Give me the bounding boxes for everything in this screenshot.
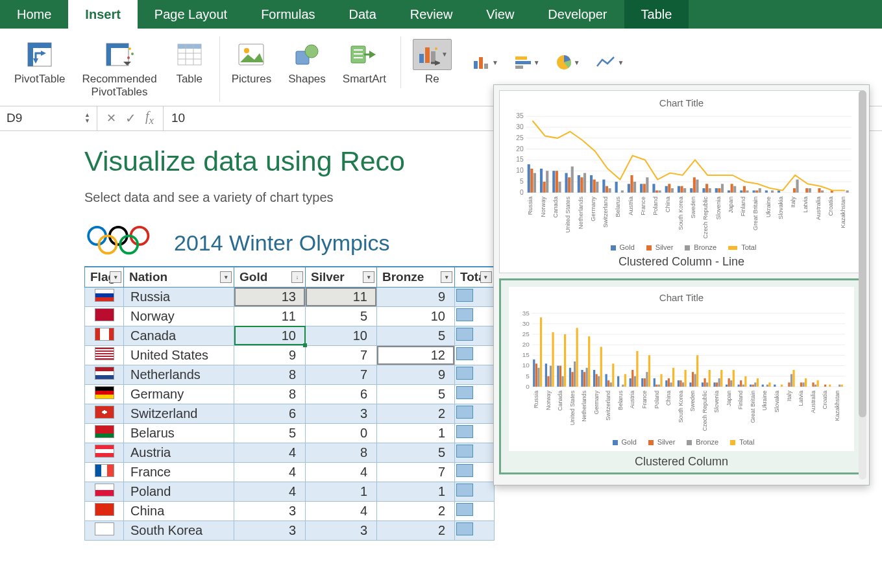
cell-nation[interactable]: Austria xyxy=(124,443,234,462)
cell-bronze[interactable]: 5 xyxy=(377,326,455,345)
cell-nation[interactable]: Switzerland xyxy=(124,404,234,423)
filter-icon[interactable]: ▾ xyxy=(220,271,232,283)
col-gold[interactable]: Gold↓ xyxy=(234,267,306,288)
col-bronze[interactable]: Bronze▾ xyxy=(377,267,455,288)
table-row[interactable]: Norway11510 xyxy=(85,306,495,326)
cell-nation[interactable]: United States xyxy=(124,345,234,365)
table-row[interactable]: Belarus501 xyxy=(85,423,495,443)
tab-table[interactable]: Table xyxy=(624,0,689,29)
bar-chart-icon[interactable]: ▼ xyxy=(511,53,543,72)
filter-icon[interactable]: ▾ xyxy=(110,271,121,283)
cell-gold[interactable]: 8 xyxy=(234,365,306,384)
cell-gold[interactable]: 4 xyxy=(234,462,306,482)
name-box-stepper[interactable]: ▲▼ xyxy=(84,112,90,124)
cell-nation[interactable]: Norway xyxy=(124,306,234,326)
cell-bronze[interactable]: 2 xyxy=(377,521,455,540)
table-row[interactable]: Austria485 xyxy=(85,443,495,462)
cell-bronze[interactable]: 2 xyxy=(377,501,455,521)
name-box[interactable]: D9 ▲▼ xyxy=(0,106,97,130)
cell-gold[interactable]: 9 xyxy=(234,345,306,365)
col-total[interactable]: Total▾ xyxy=(455,267,495,288)
table-row[interactable]: France447 xyxy=(85,462,495,482)
col-nation[interactable]: Nation▾ xyxy=(124,267,234,288)
filter-icon[interactable]: ▾ xyxy=(441,271,452,283)
pictures-button[interactable]: Pictures xyxy=(227,36,276,88)
recommended-charts-dropdown[interactable]: Chart Title 05101520253035RussiaNorwayCa… xyxy=(493,84,870,485)
table-row[interactable]: Germany865 xyxy=(85,384,495,404)
scrollbar-thumb[interactable] xyxy=(859,90,866,417)
cell-silver[interactable]: 3 xyxy=(306,404,377,423)
cell-silver[interactable]: 1 xyxy=(306,482,377,501)
smartart-button[interactable]: SmartArt xyxy=(337,36,391,88)
tab-formulas[interactable]: Formulas xyxy=(244,0,332,29)
filter-icon[interactable]: ▾ xyxy=(480,271,492,283)
table-row[interactable]: Poland411 xyxy=(85,482,495,501)
table-row[interactable]: China342 xyxy=(85,501,495,521)
pie-chart-icon[interactable]: ▼ xyxy=(553,51,583,73)
cell-nation[interactable]: Belarus xyxy=(124,423,234,443)
recommended-pivot-button[interactable]: Recommended PivotTables xyxy=(77,36,162,102)
cell-bronze[interactable]: 1 xyxy=(377,423,455,443)
cell-bronze[interactable]: 9 xyxy=(377,365,455,384)
dropdown-scrollbar[interactable] xyxy=(859,90,866,480)
cell-bronze[interactable]: 2 xyxy=(377,404,455,423)
col-flag[interactable]: Flag▾ xyxy=(85,267,124,288)
table-row[interactable]: Switzerland632 xyxy=(85,404,495,423)
chart-card-clustered-column-line[interactable]: Chart Title 05101520253035RussiaNorwayCa… xyxy=(499,90,864,273)
shapes-button[interactable]: Shapes xyxy=(283,36,331,88)
cell-silver[interactable]: 7 xyxy=(306,365,377,384)
cell-nation[interactable]: South Korea xyxy=(124,521,234,540)
cell-gold[interactable]: 10 xyxy=(234,326,306,345)
cell-gold[interactable]: 3 xyxy=(234,521,306,540)
cell-nation[interactable]: Canada xyxy=(124,326,234,345)
tab-review[interactable]: Review xyxy=(393,0,470,29)
table-row[interactable]: Netherlands879 xyxy=(85,365,495,384)
cell-gold[interactable]: 3 xyxy=(234,501,306,521)
cell-silver[interactable]: 3 xyxy=(306,521,377,540)
cell-bronze[interactable]: 1 xyxy=(377,482,455,501)
cell-silver[interactable]: 4 xyxy=(306,501,377,521)
cell-gold[interactable]: 5 xyxy=(234,423,306,443)
tab-insert[interactable]: Insert xyxy=(68,0,137,29)
cell-bronze[interactable]: 12 xyxy=(377,345,455,365)
column-chart-icon[interactable]: ▼ xyxy=(470,52,501,73)
recommended-charts-button[interactable]: ▼ Re xyxy=(408,36,457,88)
cell-bronze[interactable]: 10 xyxy=(377,306,455,326)
cell-gold[interactable]: 6 xyxy=(234,404,306,423)
table-row[interactable]: United States9712 xyxy=(85,345,495,365)
cell-bronze[interactable]: 5 xyxy=(377,443,455,462)
table-row[interactable]: Canada10105 xyxy=(85,326,495,345)
pivot-table-button[interactable]: PivotTable xyxy=(9,36,70,102)
cell-gold[interactable]: 4 xyxy=(234,482,306,501)
cell-gold[interactable]: 8 xyxy=(234,384,306,404)
filter-icon[interactable]: ▾ xyxy=(363,271,374,283)
cell-nation[interactable]: Germany xyxy=(124,384,234,404)
cell-nation[interactable]: China xyxy=(124,501,234,521)
tab-view[interactable]: View xyxy=(469,0,531,29)
cell-silver[interactable]: 5 xyxy=(306,306,377,326)
cell-nation[interactable]: Poland xyxy=(124,482,234,501)
cell-nation[interactable]: Netherlands xyxy=(124,365,234,384)
tab-page-layout[interactable]: Page Layout xyxy=(138,0,244,29)
cell-silver[interactable]: 6 xyxy=(306,384,377,404)
cell-gold[interactable]: 11 xyxy=(234,306,306,326)
accept-formula-icon[interactable]: ✓ xyxy=(125,110,136,126)
tab-data[interactable]: Data xyxy=(332,0,393,29)
cell-silver[interactable]: 8 xyxy=(306,443,377,462)
cell-bronze[interactable]: 7 xyxy=(377,462,455,482)
tab-developer[interactable]: Developer xyxy=(531,0,624,29)
cancel-formula-icon[interactable]: ✕ xyxy=(106,111,116,125)
cell-silver[interactable]: 11 xyxy=(306,287,377,306)
col-silver[interactable]: Silver▾ xyxy=(306,267,377,288)
table-button[interactable]: Table xyxy=(169,36,210,102)
line-chart-icon[interactable]: ▼ xyxy=(593,52,627,73)
tab-home[interactable]: Home xyxy=(0,0,68,29)
table-row[interactable]: South Korea332 xyxy=(85,521,495,540)
medals-table[interactable]: Flag▾Nation▾Gold↓Silver▾Bronze▾Total▾ Ru… xyxy=(84,266,495,541)
filter-icon[interactable]: ↓ xyxy=(291,271,303,283)
cell-gold[interactable]: 4 xyxy=(234,443,306,462)
fx-icon[interactable]: fx xyxy=(145,109,154,127)
cell-bronze[interactable]: 9 xyxy=(377,287,455,306)
cell-silver[interactable]: 4 xyxy=(306,462,377,482)
cell-silver[interactable]: 7 xyxy=(306,345,377,365)
